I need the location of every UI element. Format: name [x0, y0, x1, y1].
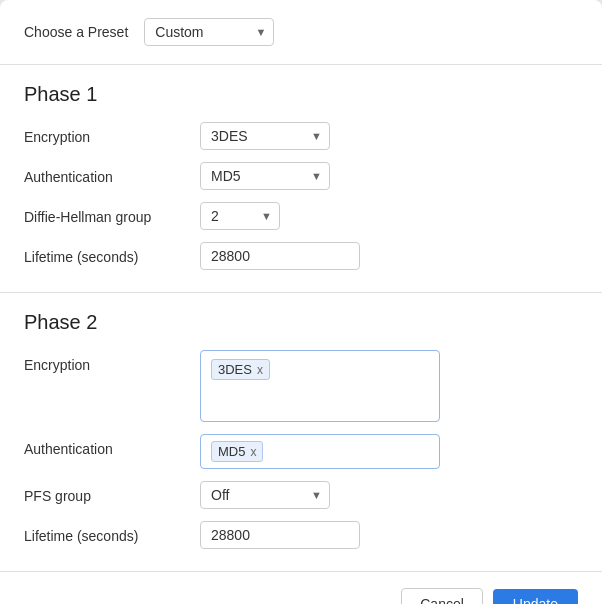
- phase2-lifetime-input[interactable]: [200, 521, 360, 549]
- preset-row: Choose a Preset Custom Basic High Securi…: [0, 0, 602, 65]
- phase2-authentication-tag-label: MD5: [218, 444, 245, 459]
- phase2-encryption-label: Encryption: [24, 350, 184, 373]
- update-button[interactable]: Update: [493, 589, 578, 604]
- phase1-authentication-select-wrapper: MD5 SHA1 SHA256 ▼: [200, 162, 330, 190]
- phase2-authentication-control: MD5 x: [200, 434, 578, 469]
- phase2-authentication-tag: MD5 x: [211, 441, 263, 462]
- preset-select[interactable]: Custom Basic High Security: [144, 18, 274, 46]
- phase1-dh-label: Diffie-Hellman group: [24, 202, 184, 225]
- phase1-lifetime-row: Lifetime (seconds): [24, 242, 578, 270]
- phase2-encryption-tag-box[interactable]: 3DES x: [200, 350, 440, 422]
- phase2-pfs-row: PFS group Off 1 2 5 14 ▼: [24, 481, 578, 509]
- phase2-pfs-select[interactable]: Off 1 2 5 14: [200, 481, 330, 509]
- phase2-pfs-control: Off 1 2 5 14 ▼: [200, 481, 578, 509]
- phase2-encryption-tag-close[interactable]: x: [257, 364, 263, 376]
- phase2-pfs-label: PFS group: [24, 481, 184, 504]
- phase1-encryption-control: 3DES AES-128 AES-192 AES-256 ▼: [200, 122, 578, 150]
- phase1-encryption-label: Encryption: [24, 122, 184, 145]
- phase2-lifetime-row: Lifetime (seconds): [24, 521, 578, 549]
- phase1-authentication-row: Authentication MD5 SHA1 SHA256 ▼: [24, 162, 578, 190]
- phase1-encryption-select-wrapper: 3DES AES-128 AES-192 AES-256 ▼: [200, 122, 330, 150]
- phase2-title: Phase 2: [24, 311, 578, 334]
- phase2-encryption-row: Encryption 3DES x: [24, 350, 578, 422]
- preset-label: Choose a Preset: [24, 24, 128, 40]
- phase2-lifetime-control: [200, 521, 578, 549]
- phase2-section: Phase 2 Encryption 3DES x Authentication…: [0, 293, 602, 572]
- phase2-authentication-tag-box[interactable]: MD5 x: [200, 434, 440, 469]
- phase1-dh-row: Diffie-Hellman group 1 2 5 14 ▼: [24, 202, 578, 230]
- phase1-authentication-control: MD5 SHA1 SHA256 ▼: [200, 162, 578, 190]
- phase1-authentication-select[interactable]: MD5 SHA1 SHA256: [200, 162, 330, 190]
- phase1-lifetime-input[interactable]: [200, 242, 360, 270]
- phase1-lifetime-label: Lifetime (seconds): [24, 242, 184, 265]
- footer: Cancel Update: [0, 572, 602, 604]
- phase1-section: Phase 1 Encryption 3DES AES-128 AES-192 …: [0, 65, 602, 293]
- phase1-dh-control: 1 2 5 14 ▼: [200, 202, 578, 230]
- phase2-authentication-tag-close[interactable]: x: [250, 446, 256, 458]
- phase1-encryption-select[interactable]: 3DES AES-128 AES-192 AES-256: [200, 122, 330, 150]
- phase2-authentication-row: Authentication MD5 x: [24, 434, 578, 469]
- phase2-encryption-tag: 3DES x: [211, 359, 270, 380]
- phase1-dh-select[interactable]: 1 2 5 14: [200, 202, 280, 230]
- phase2-encryption-control: 3DES x: [200, 350, 578, 422]
- cancel-button[interactable]: Cancel: [401, 588, 483, 604]
- dialog: Choose a Preset Custom Basic High Securi…: [0, 0, 602, 604]
- phase1-encryption-row: Encryption 3DES AES-128 AES-192 AES-256 …: [24, 122, 578, 150]
- phase2-lifetime-label: Lifetime (seconds): [24, 521, 184, 544]
- phase1-lifetime-control: [200, 242, 578, 270]
- phase2-pfs-select-wrapper: Off 1 2 5 14 ▼: [200, 481, 330, 509]
- phase2-encryption-tag-label: 3DES: [218, 362, 252, 377]
- phase1-title: Phase 1: [24, 83, 578, 106]
- phase2-authentication-label: Authentication: [24, 434, 184, 457]
- phase1-authentication-label: Authentication: [24, 162, 184, 185]
- phase1-dh-select-wrapper: 1 2 5 14 ▼: [200, 202, 280, 230]
- preset-select-wrapper: Custom Basic High Security ▼: [144, 18, 274, 46]
